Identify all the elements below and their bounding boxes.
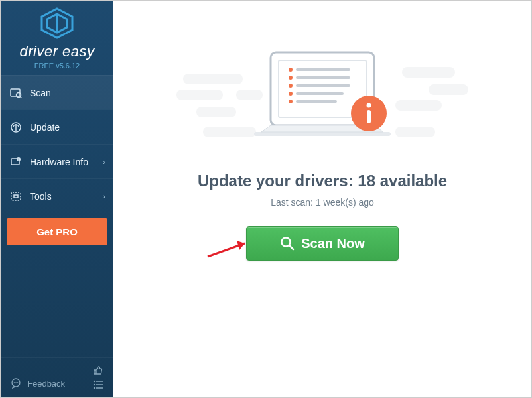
nav: Scan Update i Hardware Info › Tools › Ge… <box>1 75 113 245</box>
nav-scan[interactable]: Scan <box>1 75 113 109</box>
thumbs-up-icon[interactable] <box>92 364 104 376</box>
nav-scan-label: Scan <box>30 88 51 98</box>
list-menu-icon[interactable] <box>92 380 104 389</box>
feedback-icon <box>10 377 22 389</box>
app-logo-icon <box>39 7 75 39</box>
svg-point-32 <box>289 68 293 72</box>
chevron-right-icon: › <box>103 158 105 166</box>
scan-now-button[interactable]: Scan Now <box>246 226 399 261</box>
nav-tools[interactable]: Tools › <box>1 178 113 213</box>
svg-point-36 <box>289 100 293 103</box>
svg-rect-13 <box>11 192 21 200</box>
laptop-illustration <box>243 47 402 160</box>
logo-area: driver easy FREE v5.6.12 <box>1 1 113 75</box>
get-pro-label: Get PRO <box>36 226 78 237</box>
svg-point-33 <box>289 76 293 80</box>
svg-point-38 <box>367 103 371 108</box>
nav-hardware[interactable]: i Hardware Info › <box>1 144 113 178</box>
app-version: FREE v5.6.12 <box>1 62 113 70</box>
update-nav-icon <box>10 121 22 133</box>
svg-point-17 <box>15 382 17 383</box>
svg-point-16 <box>14 382 15 383</box>
svg-point-23 <box>94 387 95 389</box>
scan-nav-icon <box>10 87 22 99</box>
footer-right-icons <box>92 364 104 389</box>
svg-line-43 <box>289 245 293 249</box>
feedback-label: Feedback <box>27 379 65 389</box>
sidebar-footer: Feedback <box>1 357 113 397</box>
nav-update[interactable]: Update <box>1 109 113 144</box>
last-scan-text: Last scan: 1 week(s) ago <box>113 197 531 208</box>
svg-rect-14 <box>14 195 18 198</box>
arrow-annotation <box>205 237 258 263</box>
nav-update-label: Update <box>30 122 60 133</box>
svg-rect-39 <box>367 110 371 123</box>
svg-point-18 <box>17 382 19 383</box>
main-content: Update your drivers: 18 available Last s… <box>113 1 531 397</box>
feedback-button[interactable]: Feedback <box>10 377 65 389</box>
tools-nav-icon <box>10 190 22 202</box>
svg-text:i: i <box>18 157 19 161</box>
search-icon <box>280 236 295 251</box>
svg-point-19 <box>94 381 95 382</box>
svg-line-8 <box>21 96 22 98</box>
scan-now-label: Scan Now <box>301 236 365 251</box>
nav-hardware-label: Hardware Info <box>30 157 88 167</box>
chevron-right-icon: › <box>103 192 105 200</box>
nav-tools-label: Tools <box>30 191 52 202</box>
get-pro-button[interactable]: Get PRO <box>7 218 107 245</box>
svg-point-21 <box>94 384 95 385</box>
hardware-nav-icon: i <box>10 156 22 168</box>
sidebar: driver easy FREE v5.6.12 Scan Update i H… <box>1 1 113 397</box>
app-name: driver easy <box>1 43 113 60</box>
svg-point-35 <box>289 92 293 96</box>
svg-point-34 <box>289 84 293 88</box>
